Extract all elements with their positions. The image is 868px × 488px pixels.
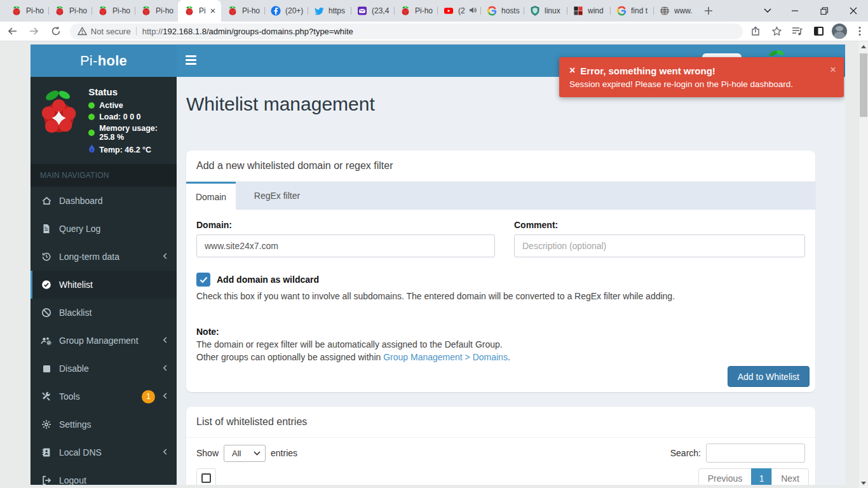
raspberry-icon (184, 6, 194, 16)
sidebar-item-tools[interactable]: Tools1 (31, 383, 177, 410)
sidebar-item-whitelist[interactable]: Whitelist (31, 271, 177, 299)
share-button[interactable] (747, 23, 764, 39)
pihole-logo[interactable]: Pi-hole (31, 44, 177, 77)
pagination-next[interactable]: Next (771, 468, 809, 485)
browser-tab[interactable]: Pi-ho (5, 0, 48, 22)
browser-tab[interactable]: find t (610, 0, 653, 22)
comment-input[interactable] (514, 234, 805, 257)
select-all-button[interactable] (196, 468, 216, 485)
note-line-2-text: Other groups can optionally be assigned … (196, 352, 383, 362)
toast-close-icon[interactable]: × (830, 64, 836, 76)
vertical-scrollbar[interactable] (859, 41, 868, 488)
side-panel-button[interactable] (810, 23, 827, 39)
forward-button[interactable] (25, 22, 43, 40)
sidebar-item-blacklist[interactable]: Blacklist (31, 299, 177, 327)
minimize-button[interactable] (780, 0, 810, 22)
sidebar-item-local-dns[interactable]: Local DNS (31, 438, 177, 466)
note-line-1: The domain or regex filter will be autom… (196, 338, 805, 351)
browser-tab[interactable]: https (308, 0, 351, 22)
sidebar-item-long-term-data[interactable]: Long-term data (31, 243, 177, 271)
bookmark-button[interactable] (768, 23, 785, 39)
add-to-whitelist-button[interactable]: Add to Whitelist (728, 366, 810, 387)
sidebar-toggle-button[interactable] (186, 55, 196, 65)
browser-menu-button[interactable] (851, 23, 868, 39)
media-controls-button[interactable] (789, 23, 806, 39)
tab-search-button[interactable] (755, 0, 780, 22)
google-icon (616, 6, 627, 16)
nav-section-label: MAIN NAVIGATION (31, 164, 177, 187)
sidebar-item-group-management[interactable]: Group Management (31, 327, 177, 355)
note-line-2-period: . (508, 352, 510, 362)
side-panel-icon (813, 26, 824, 36)
tab-audio-icon[interactable] (469, 6, 477, 16)
profile-avatar[interactable] (832, 24, 847, 39)
search-control: Search: (670, 444, 805, 463)
whitelist-entries-card: List of whitelisted entries Show All ent… (186, 407, 815, 485)
pagination-page-1[interactable]: 1 (751, 468, 772, 485)
wildcard-checkbox[interactable] (196, 273, 210, 287)
url-text: 192.168.1.8/admin/groups-domains.php?typ… (163, 27, 353, 36)
reload-button[interactable] (47, 22, 65, 40)
sidebar-item-dashboard[interactable]: Dashboard (31, 187, 177, 215)
file-icon (40, 224, 53, 234)
form-tabs: Domain RegEx filter (186, 182, 815, 210)
status-text: Load: 0 0 0 (99, 112, 140, 121)
domain-input[interactable] (196, 234, 495, 257)
search-input[interactable] (706, 444, 805, 463)
browser-tab[interactable]: (2 (437, 0, 480, 22)
browser-window: Pi-hoPi-hoPi-hoPi-hoPi×Pi-ho(20+)https(2… (0, 0, 868, 488)
select-value: All (232, 449, 241, 458)
address-book-icon (40, 447, 53, 458)
back-button[interactable] (4, 22, 22, 40)
window-controls (755, 0, 868, 22)
sidebar-item-query-log[interactable]: Query Log (31, 215, 177, 243)
forward-arrow-icon (29, 26, 39, 36)
maximize-button[interactable] (810, 0, 839, 22)
sidebar-item-settings[interactable]: Settings (31, 410, 177, 438)
wildcard-label[interactable]: Add domain as wildcard (217, 274, 319, 285)
sidebar-item-label: Group Management (59, 336, 161, 346)
close-icon (850, 7, 857, 15)
browser-tab[interactable]: www. (653, 0, 696, 22)
security-label[interactable]: Not secure (91, 27, 131, 36)
pihole-app: Pi-hole (31, 44, 845, 485)
tools-badge: 1 (142, 390, 155, 403)
scroll-up-arrow[interactable] (859, 41, 868, 51)
browser-tab[interactable]: Pi-ho (394, 0, 437, 22)
browser-tab[interactable]: hosts (480, 0, 524, 22)
new-tab-button[interactable] (700, 3, 717, 19)
browser-tab[interactable]: (23,4 (351, 0, 394, 22)
browser-tab[interactable]: wind (567, 0, 610, 22)
group-management-link[interactable]: Group Management > Domains (383, 352, 508, 362)
tab-close-button[interactable]: × (208, 6, 217, 15)
browser-tab[interactable]: linux (524, 0, 567, 22)
sidebar-item-logout[interactable]: Logout (31, 466, 177, 485)
close-window-button[interactable] (839, 0, 868, 22)
browser-tab[interactable]: (20+) (264, 0, 308, 22)
browser-tab[interactable]: Pi-ho (48, 0, 92, 22)
tab-title: Pi-ho (415, 6, 433, 15)
sidebar-item-label: Blacklist (59, 308, 169, 318)
entries-per-page-select[interactable]: All (224, 445, 266, 462)
tab-regex-filter[interactable]: RegEx filter (236, 182, 318, 210)
tab-domain[interactable]: Domain (186, 182, 236, 210)
scroll-down-arrow[interactable] (859, 478, 868, 488)
tab-title: linux (545, 6, 563, 15)
browser-tab[interactable]: Pi-ho (221, 0, 264, 22)
browser-tab[interactable]: Pi-ho (92, 0, 135, 22)
chevron-left-icon (161, 336, 169, 346)
browser-tab[interactable]: Pi-ho (135, 0, 178, 22)
scroll-thumb[interactable] (860, 53, 867, 117)
tab-title: Pi-ho (242, 6, 261, 15)
status-dot (88, 102, 95, 109)
browser-tab-active[interactable]: Pi× (178, 0, 221, 22)
windows-icon (573, 6, 583, 16)
brand-bold: hole (98, 53, 127, 69)
address-bar[interactable]: Not secure http://192.168.1.8/admin/grou… (70, 24, 743, 39)
raspberry-icon (98, 6, 108, 16)
wildcard-help-text: Check this box if you want to involve al… (196, 291, 805, 301)
sidebar-item-label: Logout (59, 475, 169, 485)
sidebar-item-disable[interactable]: Disable (31, 355, 177, 383)
chevron-left-icon (161, 391, 169, 402)
pagination-previous[interactable]: Previous (698, 468, 752, 485)
